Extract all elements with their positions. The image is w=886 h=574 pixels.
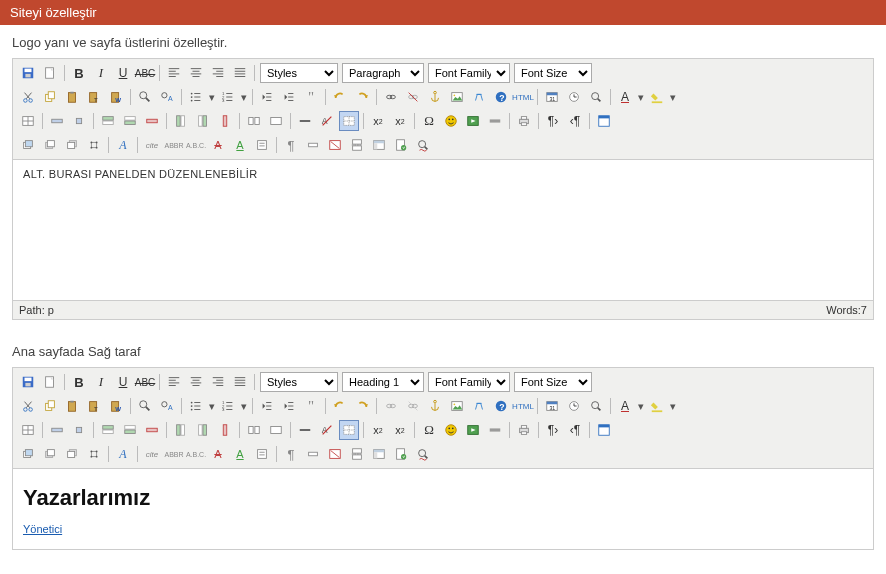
copy-icon[interactable] — [40, 87, 60, 107]
template-icon[interactable] — [369, 135, 389, 155]
underline-icon[interactable]: U — [113, 372, 133, 392]
align-left-icon[interactable] — [164, 63, 184, 83]
styleprops-icon[interactable]: A — [113, 444, 133, 464]
visualchars-icon[interactable]: ¶ — [281, 444, 301, 464]
align-left-icon[interactable] — [164, 372, 184, 392]
delete-col-icon[interactable] — [215, 111, 235, 131]
col-after-icon[interactable] — [193, 111, 213, 131]
ltr-icon[interactable]: ¶› — [543, 111, 563, 131]
moveforward-icon[interactable] — [40, 444, 60, 464]
numlist-icon[interactable]: 123 — [218, 87, 238, 107]
strikethrough-icon[interactable]: ABC — [135, 63, 155, 83]
absolute-icon[interactable] — [84, 135, 104, 155]
fontfamily-select[interactable]: Font Family — [428, 372, 510, 392]
col-before-icon[interactable] — [171, 420, 191, 440]
styles-select[interactable]: Styles — [260, 372, 338, 392]
paste-word-icon[interactable]: W — [106, 396, 126, 416]
nonbreaking-icon[interactable] — [303, 444, 323, 464]
redo-icon[interactable] — [352, 87, 372, 107]
inserttime-icon[interactable] — [564, 396, 584, 416]
undo-icon[interactable] — [330, 87, 350, 107]
col-before-icon[interactable] — [171, 111, 191, 131]
media-icon[interactable] — [463, 111, 483, 131]
row-props-icon[interactable] — [47, 111, 67, 131]
italic-icon[interactable]: I — [91, 63, 111, 83]
ins-icon[interactable]: A — [230, 444, 250, 464]
emotions-icon[interactable] — [441, 111, 461, 131]
styleprops-icon[interactable]: A — [113, 135, 133, 155]
forecolor-dropdown-icon[interactable]: ▾ — [637, 87, 645, 107]
align-center-icon[interactable] — [186, 63, 206, 83]
fontfamily-select[interactable]: Font Family — [428, 63, 510, 83]
fontsize-select[interactable]: Font Size — [514, 372, 592, 392]
spellcheck-icon[interactable] — [413, 135, 433, 155]
attribs-icon[interactable] — [252, 135, 272, 155]
editor-content-1[interactable]: ALT. BURASI PANELDEN DÜZENLENEBİLİR — [13, 160, 873, 300]
replace-icon[interactable]: A — [157, 87, 177, 107]
delete-row-icon[interactable] — [142, 420, 162, 440]
row-props-icon[interactable] — [47, 420, 67, 440]
bullist-icon[interactable] — [186, 396, 206, 416]
visualchars-icon[interactable]: ¶ — [281, 135, 301, 155]
row-before-icon[interactable] — [98, 420, 118, 440]
pagebreak-icon[interactable] — [347, 444, 367, 464]
delete-col-icon[interactable] — [215, 420, 235, 440]
indent-icon[interactable] — [279, 87, 299, 107]
forecolor-icon[interactable]: A — [615, 87, 635, 107]
visualaid-icon[interactable] — [339, 111, 359, 131]
replace-icon[interactable]: A — [157, 396, 177, 416]
print-icon[interactable] — [514, 111, 534, 131]
moveforward-icon[interactable] — [40, 135, 60, 155]
help-icon[interactable]: ? — [491, 87, 511, 107]
abbr-icon[interactable]: ABBR — [164, 444, 184, 464]
rtl-icon[interactable]: ‹¶ — [565, 420, 585, 440]
del-icon[interactable]: A — [208, 135, 228, 155]
visualaid-icon[interactable] — [339, 420, 359, 440]
restoredraft-icon[interactable] — [391, 444, 411, 464]
blockquote2-icon[interactable] — [325, 135, 345, 155]
tablecontrols-icon[interactable] — [18, 420, 38, 440]
advhr-icon[interactable] — [485, 420, 505, 440]
attribs-icon[interactable] — [252, 444, 272, 464]
spellcheck-icon[interactable] — [413, 444, 433, 464]
movebackward-icon[interactable] — [62, 444, 82, 464]
split-cells-icon[interactable] — [244, 111, 264, 131]
split-cells-icon[interactable] — [244, 420, 264, 440]
bold-icon[interactable]: B — [69, 63, 89, 83]
underline-icon[interactable]: U — [113, 63, 133, 83]
sub-icon[interactable]: x2 — [368, 420, 388, 440]
acronym-icon[interactable]: A.B.C. — [186, 135, 206, 155]
hr-icon[interactable] — [295, 420, 315, 440]
cut-icon[interactable] — [18, 396, 38, 416]
blockquote-icon[interactable]: " — [301, 87, 321, 107]
find-icon[interactable] — [135, 87, 155, 107]
paste-text-icon[interactable]: T — [84, 396, 104, 416]
pagebreak-icon[interactable] — [347, 135, 367, 155]
rtl-icon[interactable]: ‹¶ — [565, 111, 585, 131]
emotions-icon[interactable] — [441, 420, 461, 440]
link-icon[interactable] — [381, 396, 401, 416]
redo-icon[interactable] — [352, 396, 372, 416]
backcolor-icon[interactable] — [647, 396, 667, 416]
unlink-icon[interactable] — [403, 396, 423, 416]
link-icon[interactable] — [381, 87, 401, 107]
col-after-icon[interactable] — [193, 420, 213, 440]
paste-icon[interactable] — [62, 396, 82, 416]
advhr-icon[interactable] — [485, 111, 505, 131]
image-icon[interactable] — [447, 87, 467, 107]
code-icon[interactable]: HTML — [513, 396, 533, 416]
blockquote-icon[interactable]: " — [301, 396, 321, 416]
fullscreen-icon[interactable] — [594, 420, 614, 440]
media-icon[interactable] — [463, 420, 483, 440]
undo-icon[interactable] — [330, 396, 350, 416]
outdent-icon[interactable] — [257, 396, 277, 416]
paste-text-icon[interactable]: T — [84, 87, 104, 107]
ltr-icon[interactable]: ¶› — [543, 420, 563, 440]
help-icon[interactable]: ? — [491, 396, 511, 416]
cut-icon[interactable] — [18, 87, 38, 107]
absolute-icon[interactable] — [84, 444, 104, 464]
anchor-icon[interactable] — [425, 396, 445, 416]
align-justify-icon[interactable] — [230, 372, 250, 392]
charmap-icon[interactable]: Ω — [419, 111, 439, 131]
cleanup-icon[interactable] — [469, 87, 489, 107]
